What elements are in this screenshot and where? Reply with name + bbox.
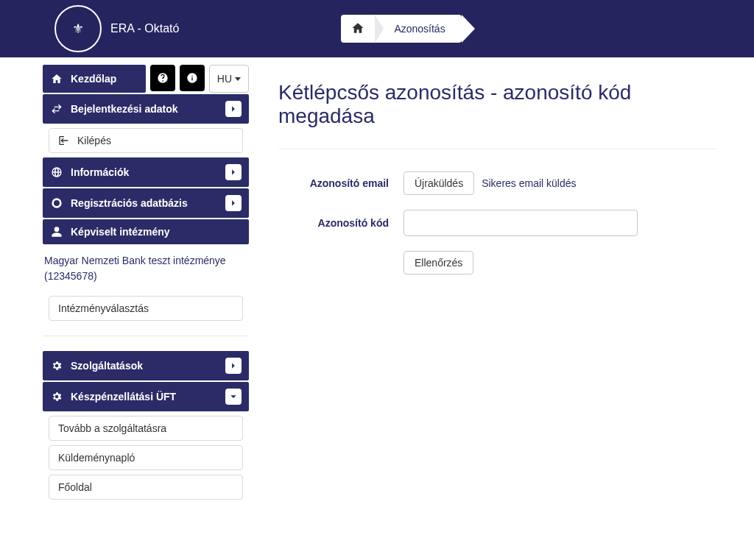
chevron-right-icon xyxy=(225,358,242,374)
sidebar-login-data[interactable]: Bejelentkezési adatok xyxy=(43,94,249,124)
caret-down-icon xyxy=(235,77,241,81)
sidebar-services[interactable]: Szolgáltatások xyxy=(43,351,249,380)
info-button[interactable] xyxy=(180,65,205,91)
divider xyxy=(278,149,717,149)
chevron-down-icon xyxy=(225,389,242,405)
code-row: Azonosító kód xyxy=(278,210,717,236)
language-label: HU xyxy=(217,73,232,85)
code-label: Azonosító kód xyxy=(278,217,404,229)
home-icon[interactable] xyxy=(351,21,364,37)
sidebar-represented: Képviselt intézmény xyxy=(43,219,249,244)
sidebar-services-label: Szolgáltatások xyxy=(71,360,143,372)
brand-title: ERA - Oktató xyxy=(110,22,179,35)
sidebar-info-label: Információk xyxy=(71,166,129,178)
globe-icon xyxy=(50,166,63,178)
verify-row: Ellenőrzés xyxy=(278,251,717,274)
code-input[interactable] xyxy=(404,210,638,236)
chevron-right-icon xyxy=(225,164,242,180)
help-button[interactable] xyxy=(150,65,175,91)
sidebar-cash-service[interactable]: Készpénzellátási ÜFT xyxy=(43,382,249,411)
service-log-label: Küldeménynapló xyxy=(58,452,135,464)
language-select[interactable]: HU xyxy=(209,65,249,93)
record-icon xyxy=(50,197,63,209)
email-label: Azonosító email xyxy=(278,177,404,189)
verify-button[interactable]: Ellenőrzés xyxy=(404,251,473,274)
sidebar-login-data-label: Bejelentkezési adatok xyxy=(71,103,178,115)
brand: ⚜ ERA - Oktató xyxy=(54,5,179,52)
chevron-right-icon xyxy=(225,101,242,117)
sidebar-regdb-label: Regisztrációs adatbázis xyxy=(71,197,188,209)
sidebar-represented-label: Képviselt intézmény xyxy=(71,226,170,238)
logout-button[interactable]: Kilépés xyxy=(49,128,243,153)
institution-text: Magyar Nemzeti Bank teszt intézménye (12… xyxy=(43,246,249,291)
service-forward-label: Tovább a szolgáltatásra xyxy=(58,422,166,434)
divider xyxy=(43,336,249,336)
email-status: Sikeres email küldés xyxy=(482,177,576,189)
gear-icon xyxy=(50,391,63,403)
logout-label: Kilépés xyxy=(77,135,111,146)
breadcrumb: Azonosítás xyxy=(341,15,461,43)
breadcrumb-separator-icon xyxy=(375,15,384,43)
sidebar-info[interactable]: Információk xyxy=(43,157,249,187)
top-header: ⚜ ERA - Oktató Azonosítás xyxy=(0,0,754,57)
gear-icon xyxy=(50,360,63,372)
logout-icon xyxy=(58,135,70,146)
page-title: Kétlépcsős azonosítás - azonosító kód me… xyxy=(278,81,717,128)
logo-icon: ⚜ xyxy=(54,5,102,52)
choose-institution-label: Intézményválasztás xyxy=(58,302,149,314)
service-main[interactable]: Főoldal xyxy=(49,475,243,500)
sidebar-cash-service-label: Készpénzellátási ÜFT xyxy=(71,391,176,403)
breadcrumb-item[interactable]: Azonosítás xyxy=(394,23,445,35)
service-main-label: Főoldal xyxy=(58,481,92,493)
transfer-icon xyxy=(50,103,63,115)
sidebar: Kezdőlap HU Bejelentkezési adatok xyxy=(43,65,249,504)
chevron-right-icon xyxy=(225,195,242,211)
home-icon xyxy=(50,73,63,85)
sidebar-regdb[interactable]: Regisztrációs adatbázis xyxy=(43,188,249,218)
choose-institution-button[interactable]: Intézményválasztás xyxy=(49,296,243,321)
service-forward[interactable]: Tovább a szolgáltatásra xyxy=(49,416,243,441)
user-icon xyxy=(50,226,63,238)
resend-button[interactable]: Újraküldés xyxy=(404,171,474,195)
sidebar-home-label: Kezdőlap xyxy=(71,73,116,85)
sidebar-home[interactable]: Kezdőlap xyxy=(43,65,146,93)
email-row: Azonosító email Újraküldés Sikeres email… xyxy=(278,171,717,195)
service-log[interactable]: Küldeménynapló xyxy=(49,445,243,470)
main-content: Kétlépcsős azonosítás - azonosító kód me… xyxy=(249,65,754,504)
